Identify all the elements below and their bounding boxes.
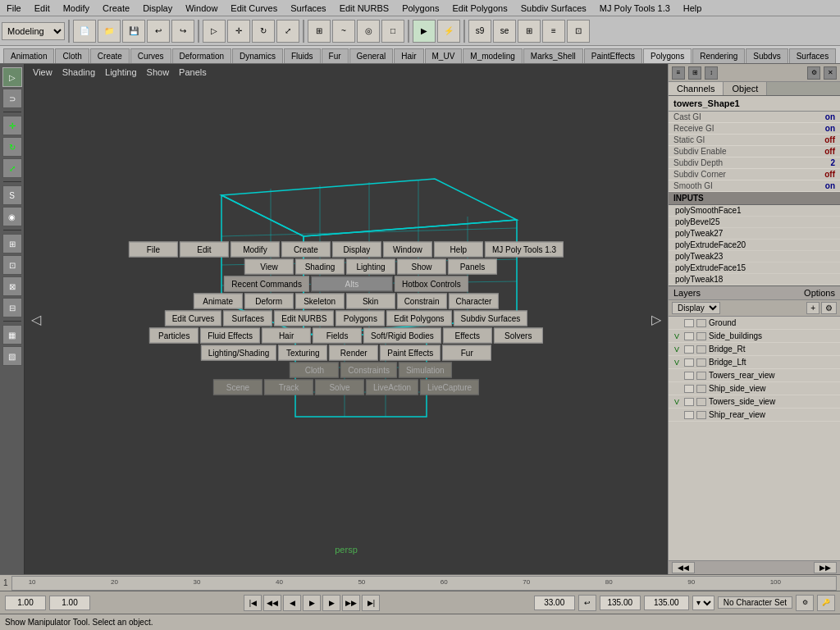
hb-particles[interactable]: Particles (149, 328, 199, 344)
pb-play-fwd[interactable]: ▶ (303, 595, 321, 611)
hb-lighting[interactable]: Lighting (346, 259, 395, 275)
frame-start-input[interactable] (5, 596, 46, 610)
hb-fur[interactable]: Fur (442, 345, 491, 361)
render-btn[interactable]: ▶ (413, 20, 436, 43)
new-btn[interactable]: 📄 (73, 20, 96, 43)
undo-btn[interactable]: ↩ (147, 20, 170, 43)
prop-smooth-gi-value[interactable]: on (825, 181, 835, 190)
extra-btn3[interactable]: ≡ (542, 20, 565, 43)
hb-recent-commands[interactable]: Recent Commands (224, 276, 309, 292)
snap-point-btn[interactable]: ◎ (357, 20, 380, 43)
input-btn[interactable]: s9 (468, 20, 491, 43)
tab-hair[interactable]: Hair (394, 48, 423, 63)
tab-fluids[interactable]: Fluids (284, 48, 321, 63)
snap-view-btn[interactable]: □ (381, 20, 404, 43)
rp-icon-close[interactable]: ✕ (824, 66, 837, 80)
tab-deformation[interactable]: Deformation (172, 48, 231, 63)
menu-polygons[interactable]: Polygons (395, 2, 445, 15)
rp-icon-sort[interactable]: ↕ (705, 66, 718, 80)
hb-modify[interactable]: Modify (231, 242, 280, 258)
open-btn[interactable]: 📁 (98, 20, 121, 43)
hb-lighting-shading[interactable]: Lighting/Shading (201, 345, 277, 361)
hb-simulation[interactable]: Simulation (399, 363, 452, 378)
menu-edit-curves[interactable]: Edit Curves (224, 2, 284, 15)
prop-subdiv-enable-value[interactable]: off (824, 147, 835, 156)
prop-static-gi-value[interactable]: off (824, 135, 835, 144)
vp-menu-panels[interactable]: Panels (176, 66, 210, 79)
snap-curve-btn[interactable]: ~ (332, 20, 355, 43)
tab-general[interactable]: General (349, 48, 394, 63)
mode-dropdown[interactable]: Modeling Animation Dynamics Rendering (2, 22, 65, 40)
hb-solve[interactable]: Solve (315, 380, 364, 395)
extra-btn2[interactable]: ⊞ (518, 20, 541, 43)
layer-options-btn[interactable]: ⚙ (821, 302, 837, 314)
hb-livecapture[interactable]: LiveCapture (420, 380, 479, 395)
layer-ship-side[interactable]: Ship_side_view (669, 382, 840, 395)
input-poly-tweak18[interactable]: polyTweak18 (669, 274, 840, 285)
layer-bridge-rt[interactable]: V Bridge_Rt (669, 343, 840, 356)
hb-mj-poly[interactable]: MJ Poly Tools 1.3 (485, 242, 564, 258)
tool-select-lasso[interactable]: ⊃ (2, 89, 22, 108)
layer-ship-rear[interactable]: Ship_rear_view (669, 409, 840, 422)
pb-jump-start[interactable]: |◀ (244, 595, 262, 611)
hb-liveaction[interactable]: LiveAction (366, 380, 418, 395)
hb-edit[interactable]: Edit (180, 242, 229, 258)
tab-fur[interactable]: Fur (322, 48, 349, 63)
input-poly-extrude-face15[interactable]: polyExtrudeFace15 (669, 262, 840, 274)
hb-render[interactable]: Render (329, 345, 378, 361)
hb-soft-rigid[interactable]: Soft/Rigid Bodies (363, 328, 441, 344)
hb-display[interactable]: Display (332, 242, 381, 258)
rp-icon-settings[interactable]: ⚙ (807, 66, 820, 80)
range-end-input[interactable] (644, 596, 689, 610)
layer-bridge-lft[interactable]: V Bridge_Lft (669, 356, 840, 369)
channels-tab[interactable]: Channels (669, 82, 724, 95)
tab-animation[interactable]: Animation (3, 48, 54, 63)
tool-sculpt[interactable]: ◉ (2, 207, 22, 226)
hb-window[interactable]: Window (383, 242, 432, 258)
input-poly-tweak27[interactable]: polyTweak27 (669, 228, 840, 240)
input-poly-extrude-face20[interactable]: polyExtrudeFace20 (669, 240, 840, 251)
tool-rotate[interactable]: ↻ (2, 137, 22, 157)
no-char-set-btn[interactable]: No Character Set (718, 596, 792, 609)
hb-effects[interactable]: Effects (443, 328, 492, 344)
hb-track[interactable]: Track (264, 380, 313, 395)
hb-file[interactable]: File (129, 242, 178, 258)
tab-m-modeling[interactable]: M_modeling (463, 48, 522, 63)
pb-next-key[interactable]: ▶▶ (342, 595, 360, 611)
select-btn[interactable]: ▷ (203, 20, 226, 43)
hb-edit-curves[interactable]: Edit Curves (165, 311, 222, 326)
tool-snap1[interactable]: ⊞ (2, 234, 22, 253)
tool-select[interactable]: ▷ (2, 67, 22, 87)
vp-menu-show[interactable]: Show (144, 66, 173, 79)
tool-snap2[interactable]: ⊡ (2, 255, 22, 275)
tab-paint-effects[interactable]: PaintEffects (584, 48, 642, 63)
hb-hotbox-controls[interactable]: Hotbox Controls (395, 276, 468, 292)
pb-prev-frame[interactable]: ◀ (283, 595, 301, 611)
hb-alts[interactable]: Alts (311, 276, 393, 292)
extra-btn4[interactable]: ⊡ (567, 20, 590, 43)
tool-display2[interactable]: ▧ (2, 346, 22, 366)
hb-shading[interactable]: Shading (295, 259, 345, 275)
tab-surfaces[interactable]: Surfaces (789, 48, 836, 63)
options-tab[interactable]: Options (804, 288, 835, 298)
save-btn[interactable]: 💾 (122, 20, 145, 43)
hb-edit-polygons[interactable]: Edit Polygons (386, 311, 451, 326)
menu-help[interactable]: Help (677, 2, 709, 15)
hb-polygons[interactable]: Polygons (336, 311, 385, 326)
scale-btn[interactable]: ⤢ (276, 20, 299, 43)
tool-move[interactable]: ✛ (2, 116, 22, 135)
hb-view[interactable]: View (244, 259, 294, 275)
hb-hair[interactable]: Hair (262, 328, 311, 344)
tab-muv[interactable]: M_UV (425, 48, 463, 63)
prop-cast-gi-value[interactable]: on (825, 112, 835, 121)
viewport[interactable]: View Shading Lighting Show Panels ◁ ▷ (25, 64, 668, 574)
frame-field[interactable] (534, 596, 575, 610)
menu-mj-poly[interactable]: MJ Poly Tools 1.3 (593, 2, 677, 15)
menu-edit[interactable]: Edit (28, 2, 57, 15)
move-btn[interactable]: ✛ (227, 20, 250, 43)
menu-surfaces[interactable]: Surfaces (284, 2, 332, 15)
tab-cloth[interactable]: Cloth (55, 48, 89, 63)
tab-subdvs[interactable]: Subdvs (746, 48, 788, 63)
hb-subdiv-surfaces[interactable]: Subdiv Surfaces (454, 311, 528, 326)
prop-subdiv-depth-value[interactable]: 2 (830, 158, 835, 167)
